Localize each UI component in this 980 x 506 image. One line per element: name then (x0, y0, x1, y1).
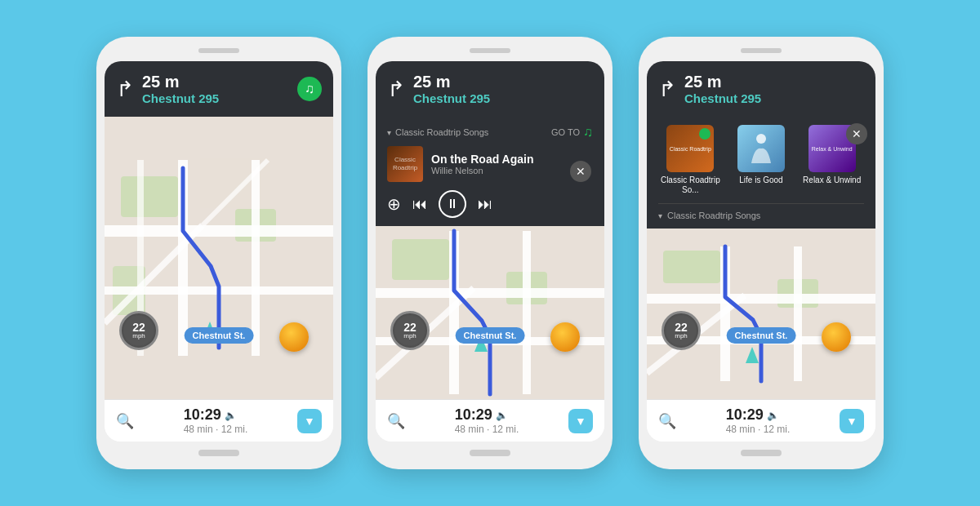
playlist-card-lifeisgood[interactable]: Life is Good (729, 125, 794, 195)
time-section-1: 10:29 🔈 48 min · 12 mi. (184, 406, 248, 435)
volume-icon-1: 🔈 (225, 410, 237, 421)
map-area-2: 22 mph Chestnut St. (376, 226, 604, 399)
svg-point-19 (756, 134, 766, 144)
nav-info-1: 25 m Chestnut 295 (142, 73, 289, 105)
playlist-bar-chevron-icon-3: ▾ (658, 211, 662, 220)
svg-rect-26 (794, 246, 802, 381)
search-icon-1[interactable]: 🔍 (116, 412, 134, 430)
map-area-3: 22 mph Chestnut St. (647, 229, 875, 399)
time-display-1: 10:29 🔈 (184, 406, 248, 424)
nav-header-1: ↰ 25 m Chestnut 295 ♫ (105, 61, 333, 117)
nav-info-3: 25 m Chestnut 295 (684, 73, 864, 105)
go-to-spotify-icon-2: ♫ (583, 125, 593, 140)
playlist-card-img-lifeisgood (737, 125, 785, 172)
turn-arrow-icon-3: ↰ (658, 77, 676, 102)
chevron-down-btn-1[interactable]: ▼ (297, 409, 322, 433)
turn-arrow-icon-1: ↰ (116, 77, 134, 102)
time-section-3: 10:29 🔈 48 min · 12 mi. (726, 406, 791, 435)
bottom-bar-2: 🔍 10:29 🔈 48 min · 12 mi. ▼ (376, 399, 604, 442)
search-icon-3[interactable]: 🔍 (658, 412, 676, 430)
spotify-badge-1[interactable]: ♫ (297, 77, 322, 101)
location-dot-1 (279, 322, 309, 352)
speed-badge-3: 22 mph (662, 311, 701, 350)
track-name-2: On the Road Again (431, 153, 593, 166)
chevron-down-btn-3[interactable]: ▼ (840, 409, 864, 433)
map-area-1: 22 mph Chestnut St. (105, 117, 333, 399)
svg-rect-1 (121, 176, 178, 217)
nav-header-3: ↰ 25 m Chestnut 295 (647, 61, 875, 117)
speed-unit-3: mph (675, 333, 688, 340)
search-icon-2[interactable]: 🔍 (387, 412, 405, 430)
playlist-browser-3: Classic Roadtrip Classic Roadtrip So... (647, 117, 875, 229)
phone-2: ↰ 25 m Chestnut 295 ▾ Classic Roadtrip S… (368, 37, 612, 469)
close-overlay-btn-2[interactable]: ✕ (570, 161, 591, 182)
turn-arrow-icon-2: ↰ (387, 77, 405, 102)
speed-num-2: 22 (403, 322, 416, 333)
phone-screen-2: ↰ 25 m Chestnut 295 ▾ Classic Roadtrip S… (376, 61, 604, 442)
street-label-3: Chestnut St. (727, 327, 796, 344)
svg-rect-14 (376, 288, 604, 298)
bottom-bar-3: 🔍 10:29 🔈 48 min · 12 mi. ▼ (647, 399, 875, 442)
location-dot-3 (822, 322, 851, 352)
street-label-2: Chestnut St. (456, 327, 525, 344)
svg-rect-12 (392, 239, 449, 280)
phone-speaker-2 (470, 48, 510, 53)
card-img-inner-roadtrip: Classic Roadtrip (666, 125, 714, 172)
playlist-card-roadtrip[interactable]: Classic Roadtrip Classic Roadtrip So... (658, 125, 723, 195)
next-btn-2[interactable]: ⏭ (478, 196, 492, 213)
speed-unit-1: mph (132, 333, 145, 340)
time-display-3: 10:29 🔈 (726, 406, 791, 424)
current-playlist-text-3: Classic Roadtrip Songs (667, 211, 760, 220)
go-to-label-2[interactable]: GO TO ♫ (551, 125, 593, 140)
prev-btn-2[interactable]: ⏮ (412, 196, 427, 213)
track-row-2: Classic Roadtrip On the Road Again Willi… (387, 146, 593, 182)
play-pause-btn-2[interactable]: ⏸ (439, 190, 466, 218)
spotify-icon-1: ♫ (305, 82, 314, 96)
time-text-1: 10:29 (184, 406, 221, 424)
album-art-2: Classic Roadtrip (387, 146, 423, 182)
speed-num-3: 22 (675, 322, 688, 333)
add-btn-2[interactable]: ⊕ (387, 194, 401, 214)
phone-1: ↰ 25 m Chestnut 295 ♫ (96, 37, 341, 469)
phone-speaker-3 (741, 48, 782, 53)
nav-info-2: 25 m Chestnut 295 (413, 73, 593, 105)
time-section-2: 10:29 🔈 48 min · 12 mi. (455, 406, 519, 435)
playlist-card-label-relax: Relax & Unwind (803, 175, 861, 185)
speed-unit-2: mph (403, 333, 416, 340)
eta-text-1: 48 min · 12 mi. (184, 424, 248, 435)
album-art-inner-2: Classic Roadtrip (387, 146, 423, 182)
spotify-top-row-2: ▾ Classic Roadtrip Songs GO TO ♫ (387, 125, 593, 140)
nav-header-2: ↰ 25 m Chestnut 295 (376, 61, 604, 117)
eta-text-2: 48 min · 12 mi. (455, 424, 519, 435)
bottom-bar-1: 🔍 10:29 🔈 48 min · 12 mi. ▼ (105, 399, 333, 442)
nav-street-1: Chestnut 295 (142, 91, 289, 105)
street-label-1: Chestnut St. (185, 327, 254, 344)
volume-icon-2: 🔈 (496, 410, 508, 421)
nav-street-3: Chestnut 295 (684, 91, 864, 105)
eta-text-3: 48 min · 12 mi. (726, 424, 791, 435)
phone-speaker-1 (198, 48, 239, 53)
time-display-2: 10:29 🔈 (455, 406, 519, 424)
home-btn-3[interactable] (741, 450, 782, 456)
phone-screen-3: ↰ 25 m Chestnut 295 Classic Roadtrip Cla… (647, 61, 875, 442)
map-svg-1 (105, 117, 333, 399)
go-to-text-2: GO TO (551, 127, 580, 137)
track-artist-2: Willie Nelson (431, 166, 593, 175)
speed-badge-1: 22 mph (119, 311, 158, 350)
nav-street-2: Chestnut 295 (413, 91, 593, 105)
nav-distance-3: 25 m (684, 73, 864, 91)
close-overlay-btn-3[interactable]: ✕ (846, 123, 867, 144)
controls-row-2: ⊕ ⏮ ⏸ ⏭ (387, 190, 593, 218)
home-btn-2[interactable] (470, 450, 510, 456)
svg-rect-23 (647, 294, 875, 304)
playlist-card-label-lifeisgood: Life is Good (739, 175, 782, 185)
playlist-card-label-roadtrip: Classic Roadtrip So... (658, 175, 723, 195)
current-playlist-bar-3: ▾ Classic Roadtrip Songs (658, 203, 864, 220)
playlist-label-2: ▾ Classic Roadtrip Songs (387, 127, 488, 137)
home-btn-1[interactable] (198, 450, 239, 456)
nav-distance-2: 25 m (413, 73, 593, 91)
playlist-chevron-icon-2: ▾ (387, 128, 391, 137)
volume-icon-3: 🔈 (767, 410, 779, 421)
chevron-down-btn-2[interactable]: ▼ (568, 409, 593, 433)
spotify-overlay-2: ▾ Classic Roadtrip Songs GO TO ♫ Classic… (376, 117, 604, 226)
